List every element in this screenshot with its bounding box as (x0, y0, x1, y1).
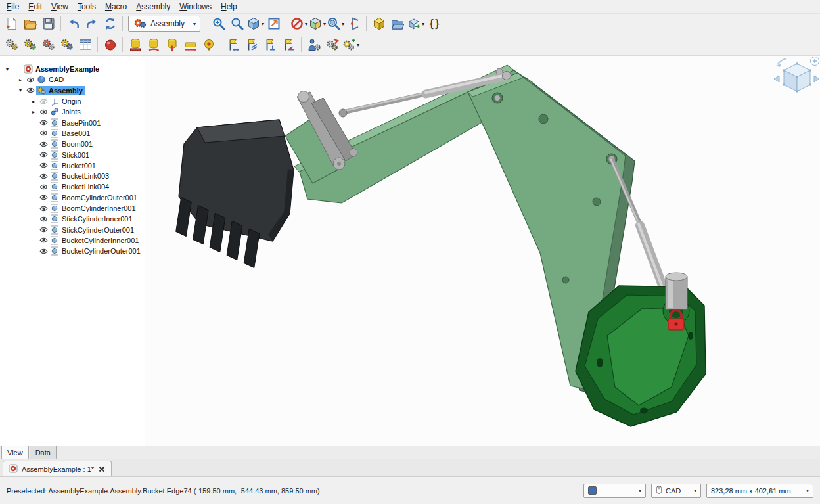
zoom-tools-button[interactable]: ▾ (327, 15, 344, 32)
part-bucket[interactable] (176, 120, 294, 268)
menu-help[interactable]: Help (216, 1, 242, 12)
tree-item-bucket001[interactable]: Bucket001 (0, 160, 145, 171)
standard-views-button[interactable]: ▾ (246, 15, 264, 32)
expression-button[interactable]: {} (425, 15, 443, 32)
visibility-eye-icon[interactable] (38, 150, 49, 159)
visibility-eye-icon[interactable] (38, 247, 49, 256)
tab-view[interactable]: View (1, 446, 29, 459)
save-document-button[interactable] (39, 15, 57, 32)
appearance-button[interactable] (370, 15, 388, 32)
visibility-eye-icon[interactable] (38, 118, 49, 127)
menu-macro[interactable]: Macro (101, 1, 131, 12)
link-navigate-button[interactable] (265, 15, 283, 32)
menu-file[interactable]: File (2, 1, 24, 12)
undo-button[interactable] (64, 15, 82, 32)
redo-button[interactable] (83, 15, 101, 32)
fixed-joint-button[interactable] (126, 36, 144, 53)
selection-style-button[interactable]: ▾ (308, 15, 326, 32)
tree-item-cad[interactable]: ▸CAD (0, 74, 145, 85)
assembly-3d-scene[interactable] (145, 56, 820, 446)
tree-item-boomcylinderinner001[interactable]: BoomCylinderInner001 (0, 203, 145, 214)
angle-joint-button[interactable] (280, 36, 298, 53)
refresh-button[interactable] (101, 15, 119, 32)
tree-item-base001[interactable]: Base001 (0, 128, 145, 139)
tree-item-stickcylinderouter001[interactable]: StickCylinderOuter001 (0, 224, 145, 235)
visibility-eye-icon[interactable] (25, 86, 36, 95)
dimension-combo[interactable]: 823,28 mm x 402,61 mm ▾ (706, 484, 813, 498)
visibility-eye-icon[interactable] (38, 193, 49, 202)
tree-item-bucketlink004[interactable]: BucketLink004 (0, 181, 145, 192)
visibility-eye-icon[interactable] (38, 161, 49, 170)
tree-item-assembly[interactable]: ▾Assembly (0, 85, 145, 96)
new-document-button[interactable] (3, 15, 20, 32)
expander-icon[interactable]: ▾ (16, 87, 25, 93)
ball-joint-button[interactable] (200, 36, 217, 53)
draw-style-button[interactable]: ▾ (290, 15, 308, 32)
visibility-eye-icon[interactable] (38, 215, 49, 223)
expander-icon[interactable]: ▾ (3, 66, 12, 72)
toggle-grounded-button[interactable] (305, 36, 323, 53)
group-button[interactable] (388, 15, 406, 32)
insert-component-button[interactable] (21, 36, 39, 53)
bill-of-materials-button[interactable] (76, 36, 94, 53)
fit-all-button[interactable] (210, 15, 227, 32)
visibility-eye-icon[interactable] (25, 76, 36, 84)
insert-part-button[interactable] (101, 36, 119, 53)
visibility-eye-icon[interactable] (38, 204, 49, 213)
parallel-joint-button[interactable] (243, 36, 261, 53)
expander-icon[interactable]: ▸ (16, 77, 25, 83)
tree-item-origin[interactable]: ▸Origin (0, 96, 145, 106)
fit-selection-button[interactable] (228, 15, 246, 32)
visibility-eye-icon[interactable] (38, 225, 49, 234)
menu-windows[interactable]: Windows (175, 1, 216, 12)
edit-joints-button[interactable] (323, 36, 341, 53)
tree-item-stick001[interactable]: Stick001 (0, 149, 145, 160)
document-tab[interactable]: AssemblyExample : 1* (3, 461, 112, 476)
joint-revolute-icon (147, 37, 161, 52)
visibility-eye-icon[interactable] (38, 140, 49, 149)
tree-item-joints[interactable]: ▸Joints (0, 106, 145, 117)
distance-joint-button[interactable] (225, 36, 242, 53)
expander-icon[interactable]: ▸ (29, 109, 38, 115)
3d-viewport[interactable] (145, 56, 820, 446)
assembly-tools-button[interactable]: ▾ (342, 36, 359, 53)
clipping-plane-button[interactable] (345, 15, 363, 32)
tree-item-boom001[interactable]: Boom001 (0, 139, 145, 149)
visibility-eye-icon[interactable] (38, 108, 49, 116)
cylindrical-joint-button[interactable] (163, 36, 181, 53)
toolbar-assembly: ▾ (0, 34, 820, 56)
part-base-pin[interactable] (663, 273, 689, 324)
menu-edit[interactable]: Edit (24, 1, 47, 12)
navigation-cube[interactable] (774, 57, 819, 93)
expander-icon[interactable]: ▸ (29, 99, 38, 104)
slider-joint-button[interactable] (181, 36, 199, 53)
tree-item-stickcylinderinner001[interactable]: StickCylinderInner001 (0, 214, 145, 224)
menu-assembly[interactable]: Assembly (131, 1, 175, 12)
tree-item-boomcylinderouter001[interactable]: BoomCylinderOuter001 (0, 193, 145, 203)
workbench-selector[interactable]: Assembly▾ (128, 16, 200, 32)
create-assembly-button[interactable] (3, 36, 20, 53)
visibility-eye-icon[interactable] (38, 97, 49, 106)
tree-item-bucketlink003[interactable]: BucketLink003 (0, 171, 145, 181)
tree-item-assemblyexample[interactable]: ▾AssemblyExample (0, 64, 145, 74)
tab-data[interactable]: Data (30, 446, 57, 459)
solve-assembly-button[interactable] (39, 36, 57, 53)
revolute-joint-button[interactable] (145, 36, 162, 53)
visibility-eye-icon[interactable] (38, 183, 49, 191)
tree-item-label: Origin (60, 97, 83, 106)
close-document-icon[interactable] (98, 465, 106, 473)
navigation-style-combo[interactable]: CAD ▾ (651, 484, 701, 498)
tree-item-bucketcylinderouter001[interactable]: BucketCylinderOuter001 (0, 246, 145, 256)
visibility-eye-icon[interactable] (38, 172, 49, 181)
exploded-view-button[interactable] (58, 36, 76, 53)
tree-item-basepin001[interactable]: BasePin001 (0, 117, 145, 127)
export-button[interactable]: ▾ (407, 15, 424, 32)
menu-view[interactable]: View (47, 1, 73, 12)
perpendicular-joint-button[interactable] (262, 36, 279, 53)
tree-item-bucketcylinderinner001[interactable]: BucketCylinderInner001 (0, 235, 145, 246)
visibility-eye-icon[interactable] (38, 236, 49, 244)
open-document-button[interactable] (21, 15, 39, 32)
style-combo[interactable]: ▾ (583, 484, 646, 498)
visibility-eye-icon[interactable] (38, 129, 49, 137)
menu-tools[interactable]: Tools (73, 1, 101, 12)
